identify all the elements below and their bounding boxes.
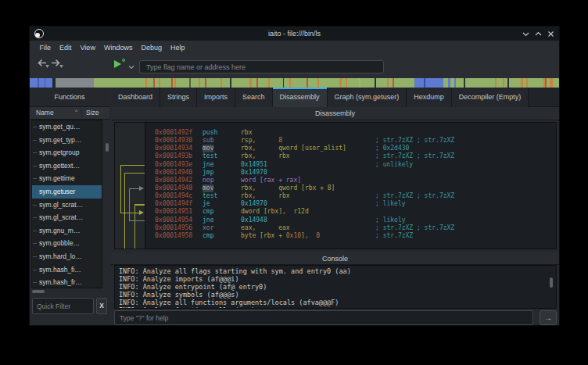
disassembly-row[interactable]: 0x00014954jne0x14948; likely — [145, 216, 556, 224]
debug-play-badge — [122, 59, 125, 62]
flag-search-input[interactable] — [139, 60, 384, 73]
column-size[interactable]: Size — [86, 109, 99, 116]
functions-vertical-scrollbar[interactable] — [106, 143, 109, 152]
tree-branch-tick — [33, 140, 37, 141]
tab-disassembly[interactable]: Disassembly — [273, 88, 328, 107]
function-list-item[interactable]: sym.hash_fi… — [32, 263, 102, 277]
instruction-mnemonic: je — [203, 200, 210, 208]
menu-view[interactable]: View — [76, 41, 99, 55]
functions-horizontal-scrollbar[interactable] — [32, 290, 45, 293]
debug-play-button[interactable] — [114, 60, 121, 68]
instruction-operands: 0x14970 — [241, 169, 267, 177]
tab-hexdump[interactable]: Hexdump — [407, 88, 452, 107]
memory-segment — [319, 78, 340, 88]
disassembly-row[interactable]: 0x0001494ctestrbx, rbx; str.7zXZ ; str.7… — [145, 192, 556, 200]
quick-filter-input[interactable] — [32, 298, 94, 314]
instruction-comment: ; str.7zXZ ; str.7zXZ — [375, 192, 454, 200]
jump-arrow-line — [134, 204, 145, 205]
memory-segment — [94, 78, 145, 88]
disassembly-row[interactable]: 0x00014951cmpdword [rbx], r12d — [145, 208, 556, 216]
function-list-item[interactable]: sym.gl_scrat… — [32, 199, 102, 212]
tab-graph-sym-getuser-[interactable]: Graph (sym.getuser) — [328, 88, 407, 107]
menu-file[interactable]: File — [35, 41, 56, 55]
instruction-comment: ; str.7zXZ ; str.7zXZ — [375, 224, 454, 232]
tab-strings[interactable]: Strings — [160, 88, 197, 107]
instruction-address: 0x00014956 — [155, 224, 192, 232]
close-button[interactable] — [547, 30, 554, 38]
function-list-item[interactable]: sym.gettime — [32, 172, 102, 185]
jump-arrow-head — [139, 186, 144, 191]
tab-decompiler-empty-[interactable]: Decompiler (Empty) — [452, 88, 529, 107]
console-log-line: INFO: Analyze all functions arguments/lo… — [115, 299, 556, 306]
instruction-comment: ; 0x2d430 — [375, 145, 409, 152]
disassembly-row[interactable]: 0x00014956xoreax, eax; str.7zXZ ; str.7z… — [145, 224, 556, 232]
tab-imports[interactable]: Imports — [197, 88, 235, 107]
console-log-line: INFO: Analyze function calls (aac) — [115, 306, 556, 309]
memory-segment — [147, 78, 153, 88]
debug-dropdown-chevron[interactable] — [128, 59, 134, 73]
memory-segment — [456, 78, 464, 88]
jump-arrow-line — [120, 165, 145, 166]
execute-command-button[interactable]: → — [540, 310, 557, 325]
function-list-item[interactable]: sym.gl_scrat… — [32, 211, 102, 224]
instruction-address: 0x0001493b — [155, 152, 192, 160]
console-view[interactable]: INFO: Analyze all flags starting with sy… — [114, 265, 557, 309]
disassembly-row[interactable]: 0x00014948movrbx, qword [rbx + 8] — [145, 184, 556, 192]
function-list-item[interactable]: sym.getuser — [32, 185, 102, 199]
instruction-address: 0x0001494f — [155, 200, 192, 208]
instruction-mnemonic: mov — [203, 184, 213, 192]
function-list-item[interactable]: sym.gobble… — [32, 237, 102, 250]
function-list-item[interactable]: sym.gnu_m… — [32, 224, 102, 238]
jump-arrow-line — [129, 220, 145, 221]
tree-branch-tick — [33, 205, 37, 206]
disassembly-row[interactable]: 0x00014958cmpbyte [rbx + 0x10], 0; str.7… — [145, 232, 556, 240]
function-list-item[interactable]: sym.get_typ… — [32, 134, 102, 147]
function-list-item[interactable]: sym.hash_fr… — [32, 276, 102, 288]
titlebar[interactable]: iaito - file:///bin/ls — [30, 27, 559, 41]
disassembly-row[interactable]: 0x00014930subrsp, 8; str.7zXZ ; str.7zXZ — [145, 137, 556, 145]
back-button[interactable] — [37, 57, 47, 70]
menu-debug[interactable]: Debug — [137, 41, 167, 55]
memory-map-strip[interactable] — [30, 78, 559, 88]
menu-windows[interactable]: Windows — [99, 41, 137, 55]
instruction-address: 0x00014958 — [155, 232, 192, 240]
jump-arrow-line — [134, 204, 135, 249]
console-vertical-scrollbar[interactable] — [550, 277, 553, 288]
disassembly-view[interactable]: 0x0001492fpushrbx0x00014930subrsp, 8; st… — [114, 122, 557, 249]
tree-branch-tick — [33, 256, 37, 257]
disassembly-row[interactable]: 0x0001493btestrbx, rbx; str.7zXZ ; str.7… — [145, 152, 556, 160]
menu-edit[interactable]: Edit — [56, 41, 77, 55]
function-list-item[interactable]: sym.get_qu… — [32, 120, 102, 134]
function-list-item[interactable]: sym.gettext… — [32, 159, 102, 173]
instruction-address: 0x00014934 — [155, 145, 192, 152]
memory-segment — [206, 78, 220, 88]
minimize-button[interactable] — [522, 30, 529, 38]
memory-segment — [347, 78, 359, 88]
memory-segment — [497, 78, 503, 88]
disassembly-row[interactable]: 0x0001492fpushrbx — [145, 129, 556, 137]
instruction-operands: 0x14948 — [241, 216, 267, 224]
memory-segment — [160, 78, 171, 88]
function-list-item[interactable]: sym.getgroup — [32, 146, 102, 159]
disassembly-row[interactable]: 0x0001494fje0x14970; likely — [145, 200, 556, 208]
instruction-operands: word [rax + rax] — [241, 177, 301, 184]
tab-dashboard[interactable]: Dashboard — [111, 88, 160, 107]
disassembly-row[interactable]: 0x00014940jmp0x14970 — [145, 169, 556, 177]
function-list-item[interactable]: sym.hard_lo… — [32, 250, 102, 263]
column-name[interactable]: Name — [36, 109, 54, 116]
maximize-button[interactable] — [535, 30, 542, 38]
disassembly-row[interactable]: 0x0001493ejne0x14951; unlikely — [145, 161, 556, 169]
instruction-operands: 0x14951 — [241, 161, 267, 169]
tab-search[interactable]: Search — [235, 88, 273, 107]
disassembly-row[interactable]: 0x00014942nopword [rax + rax] — [145, 177, 556, 184]
forward-button[interactable] — [51, 57, 61, 70]
clear-filter-button[interactable]: X — [96, 298, 107, 314]
instruction-mnemonic: sub — [203, 137, 213, 145]
functions-panel-title[interactable]: Functions — [30, 88, 109, 107]
disassembly-row[interactable]: 0x00014934movrbx, qword [user_alist]; 0x… — [145, 145, 556, 152]
menu-help[interactable]: Help — [166, 41, 189, 55]
functions-column-headers[interactable]: Name ^ Size — [30, 107, 109, 120]
column-divider — [81, 109, 82, 117]
memory-segment — [360, 78, 375, 88]
console-command-input[interactable] — [114, 310, 533, 325]
